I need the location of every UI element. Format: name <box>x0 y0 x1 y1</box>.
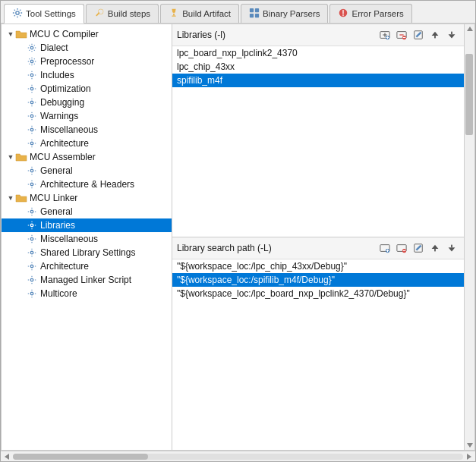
tab-build-steps[interactable]: Build steps <box>86 4 159 23</box>
scroll-up-button[interactable] <box>465 24 474 33</box>
svg-rect-3 <box>172 16 176 17</box>
svg-point-14 <box>30 115 33 118</box>
scroll-thumb[interactable] <box>465 54 473 135</box>
tree-item-libraries[interactable]: Libraries <box>2 218 172 232</box>
tree-item-dialect[interactable]: Dialect <box>2 41 172 55</box>
tree-item-shared-library-settings[interactable]: Shared Library Settings <box>2 246 172 259</box>
tree-label: Warnings <box>40 111 78 121</box>
library-item[interactable]: lpc_board_nxp_lpclink2_4370 <box>172 46 464 60</box>
tree-item-includes[interactable]: Includes <box>2 68 172 82</box>
tab-binary-parsers[interactable]: Binary Parsers <box>241 4 328 23</box>
tree-label: MCU C Compiler <box>30 29 99 39</box>
tree-item-multicore[interactable]: Multicore <box>2 287 172 300</box>
vertical-scrollbar[interactable] <box>464 24 474 450</box>
libraries-section-header: Libraries (-l) <box>172 24 464 46</box>
search-path-item-selected[interactable]: "${workspace_loc:/spifilib_m4f/Debug}" <box>172 273 464 287</box>
tree-label: Miscellaneous <box>40 124 98 135</box>
libraries-section-title: Libraries (-l) <box>177 30 225 40</box>
delete-icon <box>396 30 407 40</box>
key-icon <box>94 8 105 20</box>
tree-label: Miscellaneous <box>40 234 98 244</box>
tree-label: General <box>40 206 73 217</box>
gear-small-icon <box>26 288 38 300</box>
tree-item-miscellaneous[interactable]: Miscellaneous <box>2 123 172 137</box>
tree-item-preprocessor[interactable]: Preprocessor <box>2 55 172 68</box>
library-search-list: "${workspace_loc:/lpc_chip_43xx/Debug}" … <box>172 259 464 450</box>
grid-icon <box>249 8 260 20</box>
move-down-search-path-button[interactable] <box>444 240 459 256</box>
delete-search-path-button[interactable] <box>394 240 409 256</box>
error-icon <box>338 8 348 20</box>
svg-point-0 <box>16 11 19 14</box>
svg-point-20 <box>30 224 33 227</box>
h-scroll-thumb[interactable] <box>13 454 148 460</box>
main-content: ▼ MCU C Compiler Dialect <box>1 24 475 451</box>
tree-item-managed-linker-script[interactable]: Managed Linker Script <box>2 273 172 287</box>
tree-item-architecture-c[interactable]: Architecture <box>2 137 172 150</box>
tree-item-mcu-c-compiler[interactable]: ▼ MCU C Compiler <box>2 27 172 41</box>
tree-label: Dialect <box>40 42 68 53</box>
tree-item-debugging[interactable]: Debugging <box>2 96 172 109</box>
svg-point-19 <box>30 210 33 213</box>
scroll-down-button[interactable] <box>465 441 474 450</box>
gear-small-icon <box>26 69 38 81</box>
expand-icon: ▼ <box>6 153 15 161</box>
tree-label: Architecture <box>40 138 89 149</box>
right-with-scroll: Libraries (-l) <box>172 24 474 450</box>
tree-label: Architecture <box>40 261 89 272</box>
tab-build-steps-label: Build steps <box>108 9 150 18</box>
add-search-path-button[interactable] <box>377 240 392 256</box>
svg-point-22 <box>30 251 33 254</box>
gear-small-icon <box>26 83 38 95</box>
tree-item-general-asm[interactable]: General <box>2 164 172 178</box>
tab-error-parsers[interactable]: Error Parsers <box>329 4 411 23</box>
gear-small-icon <box>26 206 38 218</box>
svg-rect-39 <box>451 245 452 248</box>
gear-small-icon <box>26 165 38 177</box>
tree-label: Optimization <box>40 83 91 94</box>
edit-search-path-button[interactable] <box>411 240 426 256</box>
horizontal-scrollbar[interactable] <box>1 451 475 461</box>
library-search-section-header: Library search path (-L) <box>172 237 464 259</box>
move-down-library-button[interactable] <box>444 27 459 42</box>
svg-rect-1 <box>96 12 100 17</box>
tree-item-optimization[interactable]: Optimization <box>2 82 172 96</box>
search-path-item[interactable]: "${workspace_loc:/lpc_chip_43xx/Debug}" <box>172 259 464 273</box>
search-path-item[interactable]: "${workspace_loc:/lpc_board_nxp_lpclink2… <box>172 287 464 300</box>
add-library-button[interactable] <box>377 27 392 42</box>
svg-rect-7 <box>255 14 259 17</box>
tree-label: Shared Library Settings <box>40 247 135 258</box>
scroll-right-button[interactable] <box>465 452 474 461</box>
svg-point-18 <box>30 183 33 186</box>
libraries-list: lpc_board_nxp_lpclink2_4370 lpc_chip_43x… <box>172 46 464 237</box>
tab-build-artifact[interactable]: Build Artifact <box>160 4 239 23</box>
tree-label: Includes <box>40 70 74 80</box>
move-up-library-button[interactable] <box>427 27 443 42</box>
tab-tool-settings[interactable]: Tool Settings <box>4 4 84 24</box>
tree-item-warnings[interactable]: Warnings <box>2 109 172 123</box>
svg-rect-4 <box>250 8 254 12</box>
edit-library-button[interactable] <box>411 27 426 42</box>
delete-library-button[interactable] <box>394 27 409 42</box>
tree-item-mcu-assembler[interactable]: ▼ MCU Assembler <box>2 150 172 164</box>
svg-point-21 <box>30 237 33 240</box>
library-item[interactable]: lpc_chip_43xx <box>172 60 464 74</box>
expand-icon: ▼ <box>6 194 15 202</box>
tree-item-architecture-link[interactable]: Architecture <box>2 259 172 273</box>
tree-item-mcu-linker[interactable]: ▼ MCU Linker <box>2 191 172 205</box>
add-icon <box>380 30 390 40</box>
tree-label: Managed Linker Script <box>40 275 131 285</box>
gear-small-icon <box>26 42 38 54</box>
gear-small-icon <box>26 178 38 190</box>
tree-item-architecture-headers[interactable]: Architecture & Headers <box>2 178 172 191</box>
edit-icon <box>413 243 424 253</box>
scroll-left-button[interactable] <box>2 452 11 461</box>
svg-rect-32 <box>451 32 452 35</box>
library-item-selected[interactable]: spifilib_m4f <box>172 74 464 87</box>
tree-item-miscellaneous-link[interactable]: Miscellaneous <box>2 232 172 246</box>
move-up-search-path-button[interactable] <box>427 240 443 256</box>
svg-point-25 <box>30 292 33 295</box>
libraries-toolbar <box>377 27 459 42</box>
tree-label: MCU Assembler <box>30 152 96 162</box>
tree-item-general-link[interactable]: General <box>2 205 172 218</box>
